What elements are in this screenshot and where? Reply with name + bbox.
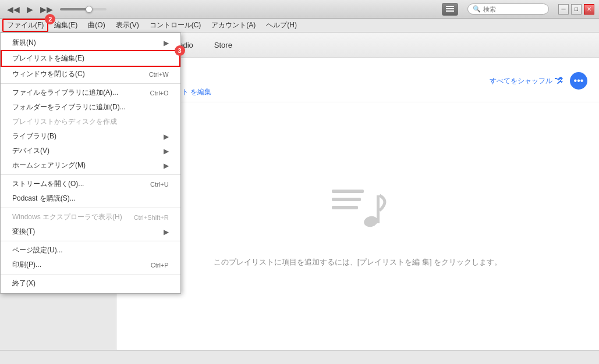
search-input[interactable] bbox=[483, 6, 544, 13]
menu-item-account[interactable]: アカウント(A) bbox=[207, 19, 260, 31]
divider-1 bbox=[1, 83, 180, 84]
menu-device[interactable]: デバイス(V) ▶ bbox=[1, 144, 180, 158]
volume-thumb[interactable] bbox=[86, 6, 93, 13]
music-icon-large bbox=[329, 184, 387, 247]
title-bar: ◀◀ ▶ ▶▶ 🔍 ─ □ ✕ bbox=[0, 0, 599, 19]
badge-3: 3 bbox=[175, 45, 185, 56]
menu-podcast[interactable]: Podcast を購読(S)... bbox=[1, 191, 180, 206]
file-dropdown-menu: 新規(N) ▶ プレイリストを編集(E) 3 ウィンドウを閉じる(C) Ctrl… bbox=[0, 33, 181, 294]
tab-store[interactable]: Store bbox=[205, 37, 242, 53]
menu-add-to-lib[interactable]: ファイルをライブラリに追加(A)... Ctrl+O bbox=[1, 85, 180, 100]
menu-print[interactable]: 印刷(P)... Ctrl+P bbox=[1, 258, 180, 272]
menu-convert[interactable]: 変換(T) ▶ bbox=[1, 224, 180, 239]
divider-3 bbox=[1, 208, 180, 208]
divider-4 bbox=[1, 241, 180, 241]
content-header: 曲 ない プレイリスト を編集 すべてをシャッフル ••• bbox=[116, 58, 599, 102]
svg-rect-2 bbox=[446, 10, 454, 12]
divider-5 bbox=[1, 274, 180, 274]
menu-add-folder[interactable]: フォルダーをライブラリに追加(D)... bbox=[1, 100, 180, 115]
menu-item-help[interactable]: ヘルプ(H) bbox=[261, 19, 302, 31]
empty-content: このプレイリストに項目を追加するには、[プレイリストを編 集] をクリックします… bbox=[116, 102, 599, 350]
empty-text: このプレイリストに項目を追加するには、[プレイリストを編 集] をクリックします… bbox=[214, 256, 502, 269]
menu-show-explorer: Windows エクスプローラで表示(H) Ctrl+Shift+R bbox=[1, 210, 180, 224]
menu-item-control[interactable]: コントロール(C) bbox=[145, 19, 206, 31]
shuffle-button[interactable]: すべてをシャッフル bbox=[490, 76, 564, 86]
content-actions: すべてをシャッフル ••• bbox=[490, 72, 587, 90]
status-bar bbox=[0, 350, 599, 364]
svg-rect-3 bbox=[332, 190, 364, 193]
play-button[interactable]: ▶ bbox=[24, 3, 36, 15]
menu-open-stream[interactable]: ストリームを開く(O)... Ctrl+U bbox=[1, 177, 180, 191]
close-button[interactable]: ✕ bbox=[584, 4, 594, 15]
more-button[interactable]: ••• bbox=[570, 72, 587, 90]
minimize-button[interactable]: ─ bbox=[558, 4, 569, 15]
volume-slider[interactable] bbox=[60, 8, 107, 10]
svg-rect-0 bbox=[446, 6, 454, 7]
maximize-button[interactable]: □ bbox=[571, 4, 582, 15]
transport-controls: ◀◀ ▶ ▶▶ bbox=[5, 3, 109, 15]
svg-point-6 bbox=[363, 215, 379, 229]
svg-rect-4 bbox=[332, 198, 361, 201]
menu-page-setup[interactable]: ページ設定(U)... bbox=[1, 243, 180, 258]
window-controls: ─ □ ✕ bbox=[558, 4, 594, 15]
menu-new[interactable]: 新規(N) ▶ bbox=[1, 35, 180, 50]
svg-rect-1 bbox=[446, 8, 454, 9]
menu-item-view[interactable]: 表示(V) bbox=[111, 19, 144, 31]
content-area: 曲 ない プレイリスト を編集 すべてをシャッフル ••• bbox=[116, 58, 599, 350]
menu-item-song[interactable]: 曲(O) bbox=[83, 19, 109, 31]
menu-library[interactable]: ライブラリ(B) ▶ bbox=[1, 129, 180, 144]
menu-item-file[interactable]: ファイル(F) 2 bbox=[2, 19, 48, 32]
search-icon: 🔍 bbox=[473, 5, 481, 13]
back-button[interactable]: ◀◀ bbox=[5, 3, 22, 15]
content-header-row: 曲 ない プレイリスト を編集 すべてをシャッフル ••• bbox=[128, 67, 587, 97]
list-icon[interactable] bbox=[442, 3, 458, 16]
search-box: 🔍 bbox=[467, 3, 549, 15]
svg-rect-5 bbox=[332, 206, 358, 209]
menu-home-sharing[interactable]: ホームシェアリング(M) ▶ bbox=[1, 158, 180, 173]
menu-quit[interactable]: 終了(X) bbox=[1, 276, 180, 291]
menu-burn-playlist: プレイリストからディスクを作成 bbox=[1, 115, 180, 129]
menu-bar: ファイル(F) 2 編集(E) 曲(O) 表示(V) コントロール(C) アカウ… bbox=[0, 19, 599, 33]
menu-close-window[interactable]: ウィンドウを閉じる(C) Ctrl+W bbox=[1, 67, 180, 81]
menu-edit-playlist[interactable]: プレイリストを編集(E) 3 bbox=[1, 50, 180, 67]
divider-2 bbox=[1, 174, 180, 175]
forward-button[interactable]: ▶▶ bbox=[38, 3, 55, 15]
